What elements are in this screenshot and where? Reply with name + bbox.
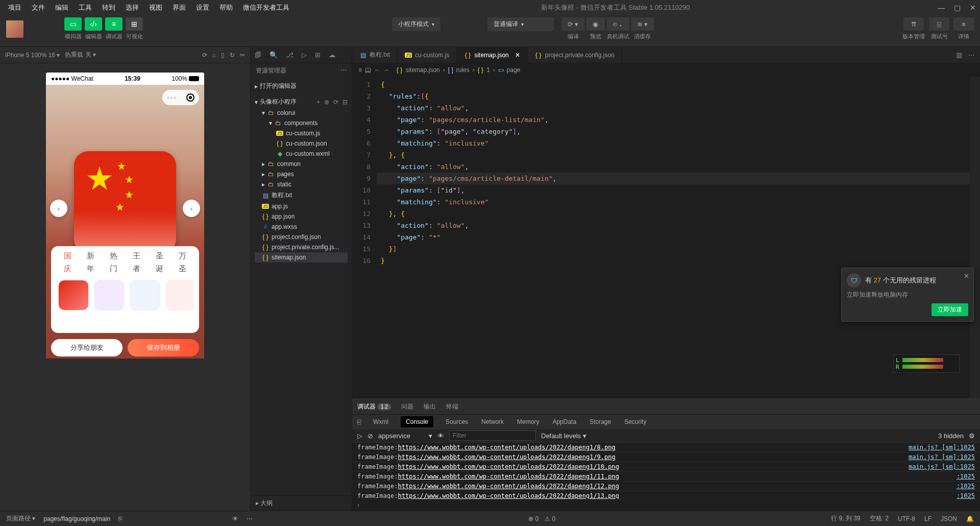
problems-tab[interactable]: 问题: [401, 402, 413, 411]
visual-toggle[interactable]: ⊞: [126, 17, 143, 31]
console-log-line[interactable]: frameImage:https://www.wobbt.com/wp-cont…: [352, 472, 980, 482]
cloud-icon[interactable]: ☁: [329, 51, 335, 59]
phone-simulator[interactable]: ●●●●● WeChat 15:39 100% •••: [46, 73, 204, 358]
debug-icon[interactable]: ▷: [302, 51, 307, 59]
remote-debug-button[interactable]: ⎋ ▾: [607, 17, 629, 31]
file-item[interactable]: { }project.private.config.js...: [255, 242, 348, 252]
menu-视图[interactable]: 视图: [145, 1, 166, 14]
editor-toggle[interactable]: ‹/›: [85, 17, 102, 31]
menu-设置[interactable]: 设置: [192, 1, 213, 14]
split-editor-icon[interactable]: ▥: [956, 51, 962, 59]
home-icon[interactable]: ⌂: [212, 52, 216, 59]
code-editor[interactable]: 12345678910111213141516 { "rules":[{ "ac…: [352, 77, 980, 398]
editor-tab[interactable]: { } project.private.config.json: [528, 47, 622, 63]
category-item[interactable]: 热门: [110, 251, 117, 274]
project-section[interactable]: ▾ 头像框小程序 + ⊕ ⟳ ⊟: [255, 96, 348, 108]
more-tabs-icon[interactable]: ⋯: [968, 51, 975, 59]
folder-item[interactable]: ▸ 🗀static: [255, 179, 348, 189]
test-button[interactable]: ⍗: [929, 17, 949, 31]
version-button[interactable]: ⇈: [903, 17, 924, 31]
refresh-icon[interactable]: ⟳: [202, 52, 207, 59]
console-log-line[interactable]: frameImage:https://www.wobbt.com/wp-cont…: [352, 462, 980, 472]
file-item[interactable]: { }project.config.json: [255, 232, 348, 242]
devtool-tab-security[interactable]: Security: [623, 416, 647, 427]
next-arrow[interactable]: ›: [183, 200, 200, 217]
console-log-line[interactable]: frameImage:https://www.wobbt.com/wp-cont…: [352, 491, 980, 499]
editor-tab[interactable]: ▤ 教程.txt: [352, 47, 398, 63]
folder-item[interactable]: ▾ 🗀colorui: [255, 108, 348, 118]
page-path-label[interactable]: 页面路径 ▾: [6, 514, 35, 523]
refresh-tree-icon[interactable]: ⟳: [333, 99, 338, 106]
console-log-line[interactable]: frameImage:https://www.wobbt.com/wp-cont…: [352, 443, 980, 452]
file-item[interactable]: JSapp.js: [255, 201, 348, 211]
cut-icon[interactable]: ✂: [240, 52, 245, 59]
warnings-badge[interactable]: ⚠ 0: [545, 515, 555, 522]
eye-icon[interactable]: 👁: [437, 432, 444, 440]
console-log-line[interactable]: frameImage:https://www.wobbt.com/wp-cont…: [352, 452, 980, 462]
more-status-icon[interactable]: ⋯: [247, 515, 253, 522]
levels-dropdown[interactable]: Default levels ▾: [541, 432, 586, 440]
git-icon[interactable]: ⎇: [286, 51, 293, 59]
terminal-tab[interactable]: 终端: [446, 402, 458, 411]
compile-button[interactable]: ⟳ ▾: [562, 17, 584, 31]
menu-编辑[interactable]: 编辑: [51, 1, 72, 14]
menu-项目[interactable]: 项目: [4, 1, 26, 14]
back-icon[interactable]: ←: [374, 66, 380, 74]
hot-reload-selector[interactable]: 热重载 关 ▾: [65, 51, 96, 59]
category-item[interactable]: 新年: [87, 251, 94, 274]
errors-badge[interactable]: ⊗ 0: [528, 515, 538, 522]
frame-thumb[interactable]: [130, 280, 160, 310]
editor-tab[interactable]: { } sitemap.json✕: [457, 47, 527, 63]
frame-thumb[interactable]: [94, 280, 125, 310]
file-item[interactable]: { }app.json: [255, 211, 348, 222]
files-icon[interactable]: 🗐: [255, 51, 261, 59]
category-item[interactable]: 万圣: [179, 251, 186, 274]
close-tab-icon[interactable]: ✕: [515, 52, 520, 59]
cursor-position[interactable]: 行 9, 列 39: [831, 514, 860, 523]
search-icon[interactable]: 🔍: [270, 51, 278, 59]
outline-section[interactable]: ▸ 大纲: [251, 495, 352, 511]
category-item[interactable]: 圣诞: [156, 251, 163, 274]
menu-选择[interactable]: 选择: [121, 1, 143, 14]
devtool-tab-console[interactable]: Console: [401, 416, 433, 427]
save-button[interactable]: 保存到相册: [128, 339, 199, 356]
devtool-tab-storage[interactable]: Storage: [589, 416, 612, 427]
language-selector[interactable]: JSON: [941, 515, 957, 522]
file-item[interactable]: ◆cu-custom.wxml: [255, 149, 348, 159]
minimap[interactable]: [970, 77, 980, 398]
filter-input[interactable]: [449, 431, 536, 441]
mode-dropdown[interactable]: 小程序模式: [392, 17, 440, 31]
menu-帮助[interactable]: 帮助: [215, 1, 237, 14]
maximize-button[interactable]: ▢: [954, 4, 961, 12]
file-item[interactable]: { }cu-custom.json: [255, 138, 348, 149]
output-tab[interactable]: 输出: [424, 402, 436, 411]
mute-icon[interactable]: ▯: [221, 52, 225, 59]
menu-微信开发者工具[interactable]: 微信开发者工具: [239, 1, 293, 14]
new-folder-icon[interactable]: ⊕: [324, 99, 329, 106]
rotate-icon[interactable]: ↻: [230, 52, 235, 59]
folder-item[interactable]: ▸ 🗀pages: [255, 169, 348, 179]
devtool-tab-appdata[interactable]: AppData: [551, 416, 577, 427]
eol-selector[interactable]: LF: [924, 515, 932, 522]
share-button[interactable]: 分享给朋友: [51, 339, 122, 356]
preview-button[interactable]: ◉: [586, 17, 605, 31]
frame-thumb[interactable]: [58, 280, 89, 310]
compile-dropdown[interactable]: 普通编译: [487, 17, 554, 31]
devtool-tab-wxml[interactable]: Wxml: [372, 416, 389, 427]
notification-close-icon[interactable]: ✕: [964, 272, 969, 280]
menu-界面[interactable]: 界面: [168, 1, 190, 14]
simulator-toggle[interactable]: ▭: [64, 17, 82, 31]
close-mini-icon[interactable]: [186, 93, 194, 102]
file-item[interactable]: ▤教程.txt: [255, 189, 348, 201]
play-icon[interactable]: ▷: [357, 432, 362, 440]
bell-icon[interactable]: 🔔: [966, 515, 974, 522]
menu-icon[interactable]: •••: [167, 94, 177, 102]
more-icon[interactable]: ⋯: [340, 66, 347, 75]
folder-item[interactable]: ▾ 🗀components: [255, 118, 348, 128]
editor-tab[interactable]: JS cu-custom.js: [398, 47, 457, 63]
bookmark-icon[interactable]: 🕮: [365, 66, 371, 74]
category-item[interactable]: 国庆: [64, 251, 71, 274]
collapse-icon[interactable]: ⊟: [342, 99, 348, 106]
menu-文件[interactable]: 文件: [28, 1, 49, 14]
avatar[interactable]: [6, 20, 23, 38]
